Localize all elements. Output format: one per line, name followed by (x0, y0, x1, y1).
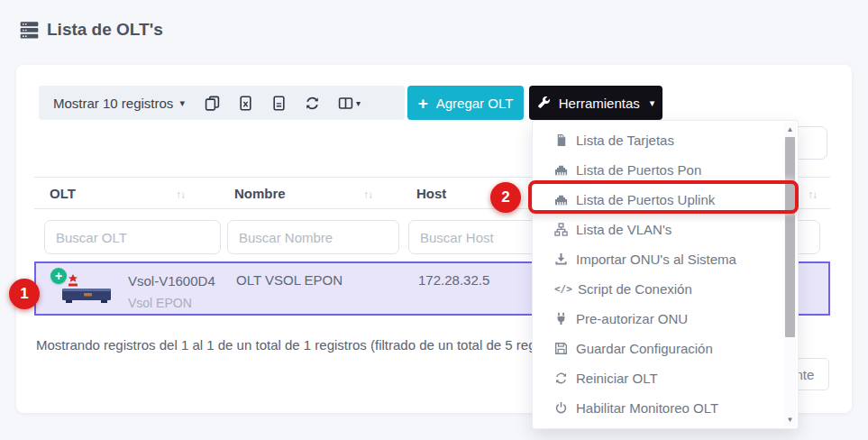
menu-item-label: Guardar Configuración (576, 341, 713, 356)
column-visibility-button[interactable]: ▾ (338, 96, 361, 111)
refresh-icon (554, 371, 568, 385)
show-records-label: Mostrar 10 registros (53, 96, 173, 111)
tools-dropdown-menu: Lista de Tarjetas Lista de Puertos Pon L… (532, 120, 799, 429)
sort-icon: ↑↓ (176, 188, 185, 201)
column-header-olt[interactable]: OLT (50, 186, 76, 201)
menu-item-label: Importar ONU's al Sistema (576, 252, 736, 267)
add-olt-label: Agregar OLT (436, 96, 514, 111)
power-icon (554, 401, 568, 415)
menu-item-label: Habilitar Monitoreo OLT (576, 400, 718, 416)
save-icon (554, 342, 568, 355)
column-header-nombre[interactable]: Nombre (234, 186, 286, 201)
ethernet-icon (554, 193, 568, 206)
menu-item-label: Script de Conexión (578, 281, 692, 297)
excel-export-button[interactable] (238, 96, 253, 111)
menu-item-lista-de-puertos-uplink[interactable]: Lista de Puertos Uplink (533, 185, 798, 215)
sort-icon: ↑↓ (808, 188, 817, 201)
menu-item-lista-de-tarjetas[interactable]: Lista de Tarjetas (533, 125, 798, 155)
file-icon (271, 96, 287, 111)
plug-icon (554, 312, 568, 325)
olt-list-page: Lista de OLT's Mostrar 10 registros ▾ (0, 0, 868, 440)
row-host: 172.28.32.5 (418, 272, 489, 288)
export-buttons: ▾ (205, 96, 361, 111)
menu-item-script-de-conexion[interactable]: </> Script de Conexión (533, 274, 798, 304)
download-icon (554, 252, 568, 266)
tools-menu-button[interactable]: Herramientas ▾ (529, 86, 662, 120)
olt-device-image (60, 270, 113, 310)
scroll-down-arrow[interactable]: ▼ (784, 414, 796, 426)
tools-label: Herramientas (559, 96, 640, 111)
annotation-step-2: 2 (490, 182, 521, 213)
sitemap-icon (554, 223, 568, 236)
menu-item-guardar-configuracion[interactable]: Guardar Configuración (533, 334, 798, 363)
dropdown-scrollbar: ▲ ▼ (784, 123, 796, 426)
server-icon (20, 21, 39, 40)
columns-icon (338, 96, 353, 111)
column-header-host[interactable]: Host (416, 186, 446, 201)
menu-item-label: Lista de Tarjetas (576, 133, 674, 148)
page-title-text: Lista de OLT's (47, 20, 163, 40)
menu-item-importar-onus[interactable]: Importar ONU's al Sistema (533, 244, 798, 274)
table-info-text: Mostrando registros del 1 al 1 de un tot… (36, 337, 572, 353)
menu-item-pre-autorizar-onu[interactable]: Pre-autorizar ONU (533, 304, 798, 334)
add-olt-button[interactable]: + Agregar OLT (407, 86, 524, 120)
show-records-dropdown[interactable]: Mostrar 10 registros ▾ (53, 96, 185, 111)
scrollbar-thumb[interactable] (785, 137, 795, 337)
caret-down-icon: ▾ (650, 97, 655, 109)
menu-item-label: Lista de VLAN's (576, 222, 672, 237)
table-toolbar: Mostrar 10 registros ▾ (39, 86, 405, 120)
file-export-button[interactable] (271, 96, 287, 111)
menu-item-lista-de-vlans[interactable]: Lista de VLAN's (533, 215, 798, 244)
sd-card-icon (554, 133, 568, 147)
row-olt-model: Vsol-V1600D4 (128, 273, 215, 289)
menu-item-reiniciar-olt[interactable]: Reiniciar OLT (533, 363, 798, 393)
menu-item-label: Lista de Puertos Uplink (576, 192, 715, 207)
code-icon: </> (554, 283, 570, 295)
menu-item-label: Reiniciar OLT (576, 371, 658, 386)
menu-item-habilitar-monitoreo-olt[interactable]: Habilitar Monitoreo OLT (533, 393, 798, 423)
menu-item-label: Pre-autorizar ONU (576, 311, 688, 326)
refresh-icon (305, 96, 320, 111)
refresh-table-button[interactable] (305, 96, 320, 111)
row-nombre: OLT VSOL EPON (236, 272, 343, 288)
menu-item-lista-de-puertos-pon[interactable]: Lista de Puertos Pon (533, 155, 798, 185)
annotation-step-1: 1 (9, 279, 40, 309)
caret-down-icon: ▾ (356, 98, 361, 108)
row-olt-type: Vsol EPON (128, 296, 192, 310)
copy-button[interactable] (205, 96, 220, 111)
page-title: Lista de OLT's (20, 20, 163, 40)
search-nombre-input[interactable] (227, 220, 399, 254)
copy-icon (205, 96, 220, 111)
ethernet-icon (554, 163, 568, 177)
excel-icon (238, 96, 253, 111)
wrench-icon (537, 96, 551, 110)
plus-icon: + (418, 95, 428, 112)
menu-item-label: Lista de Puertos Pon (576, 162, 701, 178)
sort-icon: ↑↓ (363, 188, 372, 201)
search-olt-input[interactable] (44, 220, 221, 254)
scroll-up-arrow[interactable]: ▲ (784, 124, 796, 135)
caret-down-icon: ▾ (179, 97, 185, 109)
